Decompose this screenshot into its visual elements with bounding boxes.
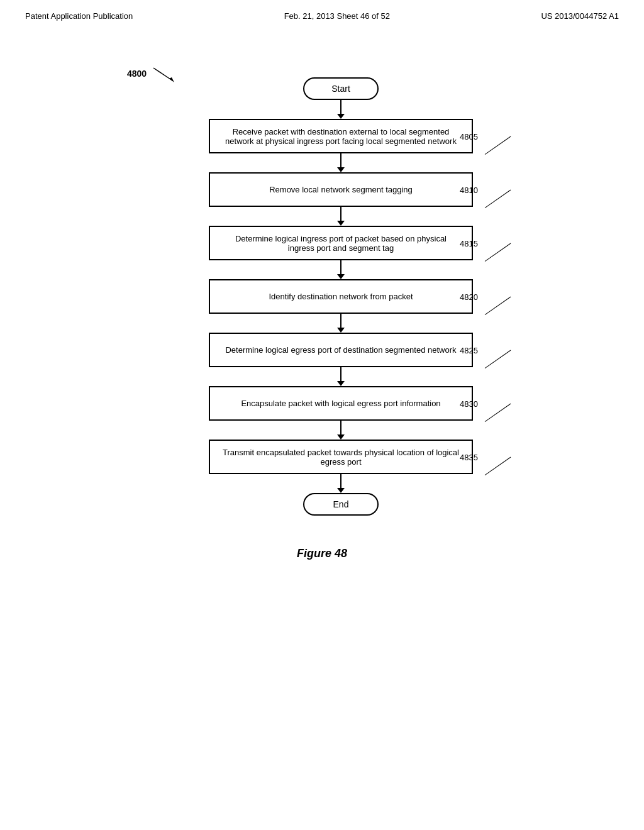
arrow-1 (337, 100, 345, 119)
step-4820-text: Identify destination network from packet (269, 292, 413, 301)
step-4810-text: Remove local network segment tagging (269, 185, 413, 194)
main-content: 4800 Start Receive packet with destinati… (0, 27, 644, 560)
figure-caption: Figure 48 (297, 547, 347, 560)
arrow-8 (337, 474, 345, 493)
arrow-3 (337, 207, 345, 226)
step-4805-text: Receive packet with destination external… (223, 127, 459, 146)
arrow-2 (337, 153, 345, 172)
step-4820-num: 4820 (438, 292, 478, 301)
step-4815-num: 4815 (438, 238, 478, 248)
arrow-4 (337, 260, 345, 279)
end-oval: End (303, 493, 379, 516)
step-4835-box: Transmit encapsulated packet towards phy… (209, 440, 473, 474)
header-right: US 2013/0044752 A1 (541, 11, 619, 21)
step-4835-num: 4835 (438, 452, 478, 462)
step-4825-box: Determine logical egress port of destina… (209, 333, 473, 367)
step-4805-num: 4805 (438, 131, 478, 141)
page-header: Patent Application Publication Feb. 21, … (0, 0, 644, 27)
header-center: Feb. 21, 2013 Sheet 46 of 52 (284, 11, 390, 21)
step-4815-text: Determine logical ingress port of packet… (223, 234, 459, 253)
step-4810-wrapper: Remove local network segment tagging 481… (184, 172, 498, 207)
step-4830-box: Encapsulate packet with logical egress p… (209, 386, 473, 421)
step-4815-box: Determine logical ingress port of packet… (209, 226, 473, 260)
flowchart: Start Receive packet with destination ex… (152, 77, 530, 516)
step-4820-wrapper: Identify destination network from packet… (184, 279, 498, 314)
arrow-5 (337, 314, 345, 333)
step-4830-wrapper: Encapsulate packet with logical egress p… (184, 386, 498, 421)
step-4815-wrapper: Determine logical ingress port of packet… (184, 226, 498, 260)
step-4825-num: 4825 (438, 345, 478, 355)
step-4820-box: Identify destination network from packet… (209, 279, 473, 314)
arrow-6 (337, 367, 345, 386)
step-4825-wrapper: Determine logical egress port of destina… (184, 333, 498, 367)
step-4805-wrapper: Receive packet with destination external… (184, 119, 498, 153)
step-4830-num: 4830 (438, 399, 478, 408)
start-oval: Start (303, 77, 379, 100)
step-4810-box: Remove local network segment tagging 481… (209, 172, 473, 207)
step-4835-text: Transmit encapsulated packet towards phy… (223, 448, 459, 467)
header-left: Patent Application Publication (25, 11, 133, 21)
step-4825-text: Determine logical egress port of destina… (225, 345, 456, 355)
arrow-7 (337, 421, 345, 440)
step-4805-box: Receive packet with destination external… (209, 119, 473, 153)
step-4835-wrapper: Transmit encapsulated packet towards phy… (184, 440, 498, 474)
step-4830-text: Encapsulate packet with logical egress p… (241, 399, 440, 408)
step-4810-num: 4810 (438, 185, 478, 194)
